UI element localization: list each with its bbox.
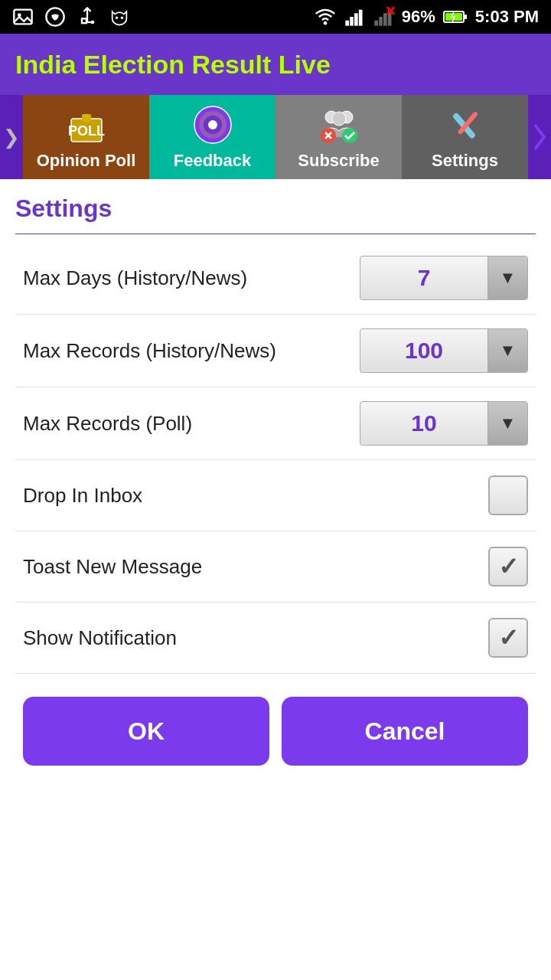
max-days-row: Max Days (History/News) 7 ▼ xyxy=(15,242,536,315)
max-records-history-label: Max Records (History/News) xyxy=(23,339,276,363)
tab-settings-label: Settings xyxy=(432,151,498,171)
drop-inbox-label: Drop In Inbox xyxy=(23,484,142,508)
tab-feedback[interactable]: Feedback xyxy=(149,95,276,179)
subscribe-icon xyxy=(318,103,360,146)
signal-x-icon xyxy=(373,6,394,28)
svg-rect-11 xyxy=(350,17,354,26)
gallery-icon xyxy=(12,6,34,28)
svg-rect-14 xyxy=(374,21,378,26)
tab-opinion-poll[interactable]: POLL Opinion Poll xyxy=(23,95,149,179)
svg-text:POLL: POLL xyxy=(68,123,105,139)
max-records-history-row: Max Records (History/News) 100 ▼ xyxy=(15,315,536,387)
signal-icon xyxy=(344,6,365,28)
tab-opinion-poll-label: Opinion Poll xyxy=(37,151,136,171)
max-records-poll-label: Max Records (Poll) xyxy=(23,412,192,436)
tab-partial-right[interactable] xyxy=(528,95,551,179)
max-records-poll-value: 10 xyxy=(360,410,487,436)
drop-inbox-checkbox[interactable] xyxy=(488,475,528,515)
tab-subscribe[interactable]: Subscribe xyxy=(276,95,402,179)
tab-bar: ❯ POLL Opinion Poll Feedback xyxy=(0,95,551,179)
settings-section: Settings Max Days (History/News) 7 ▼ Max… xyxy=(0,179,551,766)
svg-rect-15 xyxy=(379,17,383,26)
svg-point-9 xyxy=(323,21,327,25)
max-days-arrow[interactable]: ▼ xyxy=(487,256,527,300)
settings-icon xyxy=(444,103,487,146)
max-records-history-arrow[interactable]: ▼ xyxy=(487,328,527,373)
tab-settings[interactable]: Settings xyxy=(402,95,528,179)
svg-rect-22 xyxy=(465,15,467,19)
battery-icon xyxy=(443,6,468,28)
svg-point-6 xyxy=(91,21,95,24)
wifi-icon xyxy=(315,6,336,28)
drop-inbox-row: Drop In Inbox xyxy=(15,460,536,531)
max-records-poll-dropdown[interactable]: 10 ▼ xyxy=(360,401,528,446)
max-records-poll-arrow[interactable]: ▼ xyxy=(487,401,527,446)
ok-button[interactable]: OK xyxy=(23,697,269,766)
cat-icon xyxy=(109,6,130,28)
svg-rect-4 xyxy=(82,18,86,23)
svg-point-29 xyxy=(208,120,217,129)
toast-new-message-checkbox[interactable] xyxy=(488,547,528,586)
svg-rect-10 xyxy=(345,21,349,26)
status-bar-right-info: 96% 5:03 PM xyxy=(315,6,539,28)
svg-point-32 xyxy=(332,112,346,126)
tab-partial-left: ❯ xyxy=(0,95,23,179)
show-notification-label: Show Notification xyxy=(23,626,177,650)
svg-rect-13 xyxy=(359,10,363,26)
top-bar: India Election Result Live xyxy=(0,34,551,95)
max-records-history-dropdown[interactable]: 100 ▼ xyxy=(360,328,528,373)
max-records-poll-row: Max Records (Poll) 10 ▼ xyxy=(15,387,536,460)
status-bar: 96% 5:03 PM xyxy=(0,0,551,34)
time-display: 5:03 PM xyxy=(475,7,539,27)
action-buttons: OK Cancel xyxy=(23,697,528,766)
max-days-label: Max Days (History/News) xyxy=(23,266,247,290)
feedback-icon xyxy=(191,103,234,146)
svg-rect-0 xyxy=(14,10,31,24)
tab-subscribe-label: Subscribe xyxy=(298,151,379,171)
show-notification-row: Show Notification xyxy=(15,603,536,674)
cancel-button[interactable]: Cancel xyxy=(282,697,528,766)
toast-new-message-label: Toast New Message xyxy=(23,555,202,579)
show-notification-checkbox[interactable] xyxy=(488,618,528,658)
max-days-dropdown[interactable]: 7 ▼ xyxy=(360,256,528,300)
svg-point-7 xyxy=(116,16,119,18)
app-title: India Election Result Live xyxy=(15,50,331,80)
status-bar-left-icons xyxy=(12,6,130,28)
svg-point-33 xyxy=(342,128,357,143)
settings-heading: Settings xyxy=(15,194,536,234)
max-days-value: 7 xyxy=(360,265,487,291)
svg-rect-24 xyxy=(82,114,91,122)
svg-rect-16 xyxy=(383,13,387,25)
tab-feedback-label: Feedback xyxy=(174,151,252,171)
battery-percentage: 96% xyxy=(402,7,435,27)
discord-icon xyxy=(44,6,66,28)
toast-new-message-row: Toast New Message xyxy=(15,531,536,603)
chevron-left-icon: ❯ xyxy=(3,126,20,149)
svg-rect-12 xyxy=(354,13,358,25)
opinion-poll-icon: POLL xyxy=(65,103,108,146)
usb-icon xyxy=(77,6,98,28)
max-records-history-value: 100 xyxy=(360,338,487,364)
chevron-right-icon xyxy=(532,122,547,152)
svg-point-8 xyxy=(121,16,124,18)
